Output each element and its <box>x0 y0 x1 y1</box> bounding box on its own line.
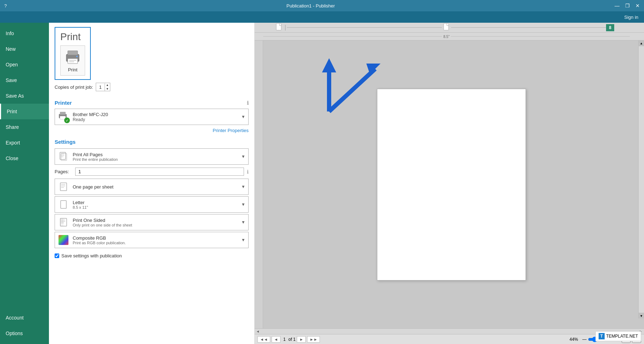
print-one-sided-desc: Only print on one side of the sheet <box>73 223 241 227</box>
printer-status: Ready <box>73 117 108 122</box>
svg-rect-25 <box>444 23 449 30</box>
window-title: Publication1 - Publisher <box>7 3 615 9</box>
annotation-arrow <box>304 48 382 119</box>
svg-line-28 <box>329 69 375 111</box>
printer-ready-badge: ✓ <box>64 118 70 123</box>
one-page-per-sheet-title: One page per sheet <box>73 184 241 190</box>
sidebar-item-print[interactable]: Print <box>0 104 49 119</box>
save-settings-checkbox[interactable] <box>55 253 59 258</box>
maximize-button[interactable]: ❐ <box>625 3 630 9</box>
save-settings-row: Save settings with publication <box>49 250 254 262</box>
sidebar-item-close[interactable]: Close <box>0 151 49 166</box>
dimension-ruler: 8.5" <box>255 33 644 40</box>
letter-arrow: ▼ <box>241 202 245 207</box>
print-all-pages-desc: Print the entire publication <box>73 157 241 162</box>
print-all-pages-title: Print All Pages <box>73 152 241 157</box>
composite-rgb-arrow: ▼ <box>241 237 245 242</box>
svg-rect-17 <box>61 187 64 188</box>
one-sided-icon <box>59 217 68 227</box>
sidebar-item-options[interactable]: Options <box>0 326 49 341</box>
preview-panel: 8 8.5" ▲ ▼ <box>255 23 644 344</box>
page-prev-button[interactable]: ◄ <box>272 336 281 343</box>
one-page-per-sheet-arrow: ▼ <box>241 184 245 189</box>
zoom-badge[interactable]: 8 <box>606 24 614 31</box>
ruler-page-icon-left <box>276 23 282 32</box>
setting-print-all-pages[interactable]: Print All Pages Print the entire publica… <box>55 148 249 165</box>
svg-rect-7 <box>60 112 66 115</box>
printer-dropdown[interactable]: ✓ Brother MFC-J20 Ready ▼ <box>55 109 249 125</box>
setting-letter[interactable]: Letter 8.5 x 11" ▼ <box>55 196 249 213</box>
letter-icon <box>58 199 69 210</box>
page-next-button[interactable]: ► <box>297 336 306 343</box>
ruler-line-area: 8 <box>285 23 614 32</box>
print-one-sided-icon <box>58 217 69 228</box>
print-button-label: Print <box>68 67 78 72</box>
print-one-sided-arrow: ▼ <box>241 220 245 225</box>
pages-info-icon[interactable]: ℹ <box>247 169 249 175</box>
svg-rect-23 <box>60 218 63 226</box>
printer-dropdown-arrow: ▼ <box>241 114 245 119</box>
sidebar-item-export[interactable]: Export <box>0 135 49 151</box>
sidebar-item-save-as[interactable]: Save As <box>0 88 49 104</box>
page-first-button[interactable]: ◄◄ <box>257 336 270 343</box>
svg-marker-27 <box>322 58 336 72</box>
print-one-sided-title: Print One Sided <box>73 218 241 223</box>
pages-row: Pages: ℹ <box>49 166 254 177</box>
minimize-button[interactable]: — <box>615 3 620 9</box>
page-nav-bar: ◄◄ ◄ 1 of 1 ► ►► 44% — + ⊞ ▦ <box>255 334 644 344</box>
spinner-up[interactable]: ▲ <box>105 83 110 87</box>
print-one-sided-text: Print One Sided Only print on one side o… <box>73 218 241 227</box>
svg-rect-14 <box>60 183 67 191</box>
pages-label: Pages: <box>55 169 72 174</box>
composite-rgb-title: Composite RGB <box>73 235 241 241</box>
page-of-label: of 1 <box>288 337 295 342</box>
spinner-down[interactable]: ▼ <box>105 87 110 91</box>
printer-info: Brother MFC-J20 Ready <box>73 112 108 122</box>
h-scroll-left[interactable]: ◄ <box>256 329 260 333</box>
printer-icon-area: ✓ <box>58 111 69 122</box>
copies-row: Copies of print job: 1 ▲ ▼ <box>49 80 254 97</box>
help-icon[interactable]: ? <box>4 3 7 9</box>
printer-info-icon[interactable]: ℹ <box>247 100 249 106</box>
printer-label: Printer <box>55 100 72 106</box>
sidebar-item-open[interactable]: Open <box>0 57 49 72</box>
ruler-page-icon-right <box>443 23 450 32</box>
printer-properties-link[interactable]: Printer Properties <box>49 126 254 136</box>
print-button[interactable]: Print <box>60 45 85 76</box>
sign-in-button[interactable]: Sign in <box>624 15 638 20</box>
close-button[interactable]: ✕ <box>635 3 640 9</box>
sidebar-item-share[interactable]: Share <box>0 119 49 135</box>
composite-rgb-text: Composite RGB Print as RGB color publica… <box>73 235 241 245</box>
letter-page-icon <box>60 200 67 209</box>
horizontal-scrollbar[interactable]: ◄ ► <box>255 328 644 334</box>
spinner-arrows[interactable]: ▲ ▼ <box>105 83 110 91</box>
sidebar-item-info[interactable]: Info <box>0 26 49 41</box>
setting-print-one-sided[interactable]: Print One Sided Only print on one side o… <box>55 214 249 230</box>
setting-composite-rgb[interactable]: Composite RGB Print as RGB color publica… <box>55 232 249 248</box>
sidebar-item-new[interactable]: New <box>0 41 49 57</box>
setting-one-page-per-sheet[interactable]: One page per sheet ▼ <box>55 179 249 195</box>
left-ruler <box>255 40 263 328</box>
print-all-pages-arrow: ▼ <box>241 154 245 159</box>
svg-rect-18 <box>61 201 66 208</box>
sidebar-item-account[interactable]: Account <box>0 310 49 326</box>
vertical-scrollbar[interactable]: ▲ ▼ <box>638 40 644 318</box>
top-bar: Sign in <box>0 11 644 23</box>
preview-area: ▲ ▼ <box>255 40 644 328</box>
zoom-level: 44% <box>570 337 578 342</box>
svg-marker-29 <box>366 64 381 74</box>
svg-point-5 <box>76 56 78 57</box>
template-t-icon: T <box>599 333 605 339</box>
sidebar-item-save[interactable]: Save <box>0 72 49 88</box>
one-page-per-sheet-icon <box>58 181 69 192</box>
page-last-button[interactable]: ►► <box>307 336 320 343</box>
sidebar: Info New Open Save Save As Print Share E… <box>0 23 49 344</box>
letter-title: Letter <box>73 200 241 205</box>
pages-icon <box>59 152 68 162</box>
window-controls: — ❐ ✕ <box>615 3 640 9</box>
printer-icon-container: ✓ <box>58 111 69 122</box>
copies-spinner[interactable]: 1 ▲ ▼ <box>96 83 110 91</box>
pages-input[interactable] <box>75 168 244 176</box>
page-preview <box>377 89 526 280</box>
preview-ruler-row: 8 <box>255 23 644 33</box>
